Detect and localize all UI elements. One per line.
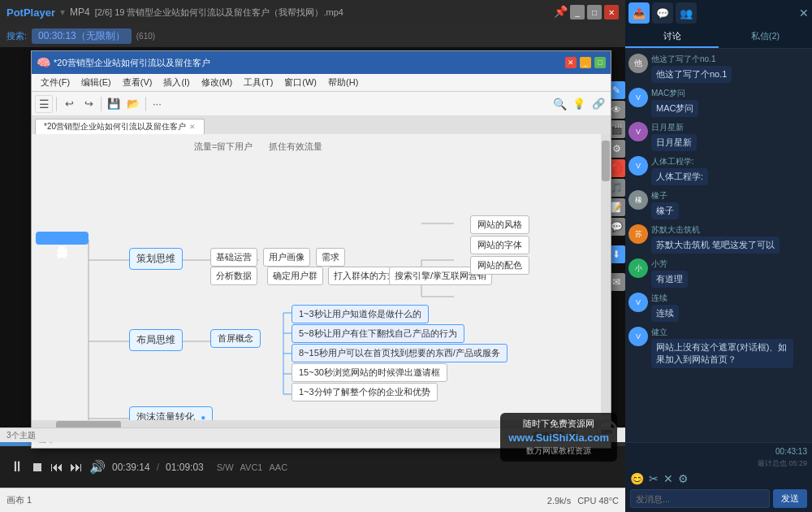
chat-msg-3: V 日月星新 日月星新	[628, 122, 809, 151]
analyze-node[interactable]: 分析数据	[210, 267, 257, 285]
cehua-label: 策划思维	[136, 253, 175, 264]
chat-msg-8: V 连续 连续	[628, 293, 809, 322]
vertical-scrollbar[interactable]	[601, 134, 611, 415]
tb-zoom-in[interactable]: 🔍	[551, 95, 568, 113]
stop-btn[interactable]: ⏹	[31, 460, 44, 475]
scissors-icon[interactable]: ✂	[649, 472, 659, 485]
window-controls: 📌 _ □ ✕	[554, 5, 619, 20]
menu-file[interactable]: 文件(F)	[35, 75, 76, 90]
font-node[interactable]: 网站的字体	[470, 236, 529, 254]
rp-bottom-section: 00:43:13 最计总也 05:29 😊 ✂ ✕ ⚙ 发送	[625, 442, 812, 512]
tb-save[interactable]: 💾	[105, 95, 123, 113]
search-time-value[interactable]: 00:30:13（无限制）	[32, 28, 132, 44]
menu-modify[interactable]: 修改(M)	[196, 75, 239, 90]
vertical-scroll-thumb[interactable]	[602, 141, 610, 181]
flow-label: 流量=留下用户	[194, 141, 253, 153]
menu-view[interactable]: 查看(V)	[117, 75, 158, 90]
gear-settings-icon[interactable]: ⚙	[678, 472, 689, 485]
tb-menu-icon[interactable]: ☰	[35, 95, 53, 113]
chat-msg-4: V 人体工程学: 人体工程学:	[628, 156, 809, 185]
message-input[interactable]	[630, 489, 770, 508]
shouping-node[interactable]: 首屏概念	[210, 329, 261, 348]
potplayer-logo: PotPlayer	[6, 7, 55, 19]
search-info: (610)	[136, 32, 155, 41]
msg-body-9: 健立 网站上没有这个遮罩(对话框)、如果加入到网站首页？	[651, 327, 793, 368]
play-pause-btn[interactable]: ⏸	[10, 458, 24, 475]
msg-body-5: 橡子 橡子	[651, 190, 679, 219]
pin-icon[interactable]: 📌	[554, 5, 568, 20]
avatar-7: 小	[628, 258, 648, 278]
rp-time-display: 00:43:13	[630, 447, 807, 456]
menu-tools[interactable]: 工具(T)	[238, 75, 279, 90]
tb-bulb[interactable]: 💡	[570, 95, 588, 113]
base-ops-node[interactable]: 基础运营	[210, 248, 257, 267]
title-format: MP4	[70, 7, 90, 18]
cancel-icon[interactable]: ✕	[663, 472, 673, 485]
item3-node[interactable]: 8~15秒用户可以在首页找到想要的东西/产品或服务	[292, 344, 508, 362]
msg-body-1: 他这了写了个no.1 他这了写了个no.1	[651, 54, 732, 83]
avatar-9: V	[628, 327, 648, 346]
menu-insert[interactable]: 插入(I)	[158, 75, 195, 90]
item2-node[interactable]: 5~8秒让用户有住下翻找自己产品的行为	[292, 324, 464, 343]
next-btn[interactable]: ⏭	[70, 460, 83, 475]
player-statusbar: 画布 1 2.9k/s CPU 48°C	[0, 488, 625, 512]
tb-open[interactable]: 📂	[124, 95, 142, 113]
rp-icon-chat[interactable]: 💬	[652, 2, 673, 24]
demand-node[interactable]: 需求	[316, 248, 345, 267]
rp-tab-discuss[interactable]: 讨论	[625, 26, 719, 48]
tb-dots[interactable]: ···	[149, 98, 165, 110]
max-btn[interactable]: □	[587, 5, 602, 20]
rp-send-area: 发送	[630, 489, 807, 508]
min-btn[interactable]: _	[570, 5, 585, 20]
avatar-2: V	[628, 88, 648, 107]
document-window: 🧠 *20营销型企业站如何引流以及留住客户 ✕ _ □ 文件(F) 编辑(E) …	[31, 50, 611, 449]
tb-redo[interactable]: ↪	[80, 95, 97, 113]
doc-min[interactable]: _	[580, 57, 591, 68]
user-portrait-node[interactable]: 用户画像	[263, 248, 310, 267]
rp-tab-private[interactable]: 私信(2)	[719, 26, 812, 48]
doc-max[interactable]: □	[594, 57, 606, 68]
tb-undo[interactable]: ↩	[60, 95, 78, 113]
confirm-users-node[interactable]: 确定用户群	[267, 267, 323, 285]
doc-close[interactable]: ✕	[565, 57, 577, 68]
menu-help[interactable]: 帮助(H)	[322, 75, 364, 90]
watermark-line3: 数万网课教程资源	[508, 445, 609, 457]
rp-section-tabs: 讨论 私信(2)	[625, 26, 812, 49]
rp-icon-close[interactable]: ✕	[799, 7, 809, 20]
item1-node[interactable]: 1~3秒让用户知道你是做什么的	[292, 305, 429, 323]
avatar-8: V	[628, 293, 648, 312]
doc-tab-active[interactable]: *20营销型企业站如何引流以及留住客户 ✕	[35, 119, 205, 134]
avatar-1: 他	[628, 54, 648, 73]
rp-top-icons-row: 📤 💬 👥 ✕	[625, 0, 812, 26]
time-sep: /	[157, 462, 159, 473]
rp-icon-share[interactable]: 📤	[628, 2, 650, 24]
buju-label: 布局思维	[136, 334, 175, 345]
avatar-3: V	[628, 122, 648, 141]
tb-share[interactable]: 🔗	[590, 95, 607, 113]
flow-header: 流量=留下用户 抓住有效流量	[194, 141, 322, 153]
codec-avc: AVC1	[240, 462, 263, 472]
chat-messages-area[interactable]: 他 他这了写了个no.1 他这了写了个no.1 V MAC梦问 MAC梦问 V …	[625, 49, 812, 442]
emoji-smile-icon[interactable]: 😊	[630, 472, 644, 485]
item5-node[interactable]: 1~3分钟了解整个你的企业和优势	[292, 383, 438, 401]
item4-node[interactable]: 15~30秒浏览网站的时候弹出邀请框	[292, 363, 447, 382]
tab-close-x[interactable]: ✕	[189, 123, 196, 131]
cehua-node[interactable]: 策划思维	[129, 248, 183, 270]
chat-msg-9: V 健立 网站上没有这个遮罩(对话框)、如果加入到网站首页？	[628, 327, 809, 368]
current-time: 00:39:14	[112, 462, 150, 473]
rp-icon-users[interactable]: 👥	[676, 2, 697, 24]
color-node[interactable]: 网站的配色	[470, 256, 529, 275]
style-node[interactable]: 网站的风格	[470, 215, 529, 234]
menu-window[interactable]: 窗口(W)	[279, 75, 322, 90]
close-btn[interactable]: ✕	[604, 5, 619, 20]
menu-edit[interactable]: 编辑(E)	[76, 75, 117, 90]
chat-msg-5: 橡 橡子 橡子	[628, 190, 809, 219]
mindmap-canvas[interactable]: 流量=留下用户 抓住有效流量 及留住客户 策划思维 基础运营 用户画像 需求	[32, 134, 611, 430]
prev-btn[interactable]: ⏮	[50, 460, 63, 475]
audio-btn[interactable]: 🔊	[89, 459, 106, 475]
send-button[interactable]: 发送	[773, 489, 807, 508]
msg-body-4: 人体工程学: 人体工程学:	[651, 156, 708, 185]
rp-time-secondary: 最计总也 05:29	[630, 458, 807, 469]
flow-label2: 抓住有效流量	[269, 141, 322, 153]
buju-node[interactable]: 布局思维	[129, 329, 183, 351]
